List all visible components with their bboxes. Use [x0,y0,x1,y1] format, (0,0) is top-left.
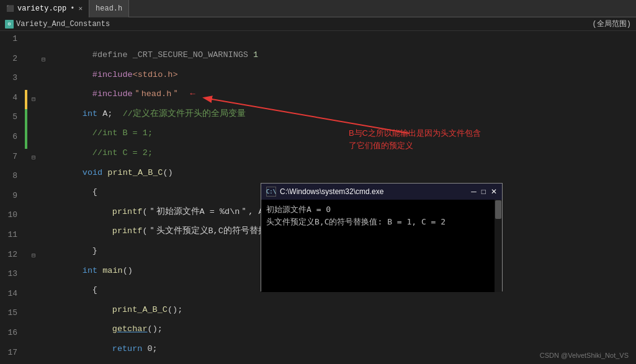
line-content-15: getchar(); [40,305,636,325]
line-content-2: #include<stdio.h> [50,51,636,71]
line-num-7: 7 [0,149,25,169]
line-content-4: int A; //定义在源文件开头的全局变量 [40,90,636,110]
cmd-close-btn[interactable]: ✕ [491,187,497,196]
collapse-5 [27,109,40,129]
collapse-3 [37,70,50,90]
line-num-10: 10 [0,207,25,227]
code-line-16: 16 return 0; [0,325,636,345]
collapse-1 [37,31,50,51]
line-num-17: 17 [0,345,25,365]
line-num-4: 4 [0,90,25,110]
line-num-5: 5 [0,109,25,129]
collapse-7: ⊟ [27,149,40,169]
code-line-5: 5 //int B = 1; [0,109,636,129]
collapse-icon-12[interactable]: ⊟ [32,248,35,264]
tab-label-head: head.h [96,4,122,13]
line-num-6: 6 [0,129,25,149]
collapse-icon-4[interactable]: ⊟ [32,92,35,108]
line-content-6: //int C = 2; [40,129,636,149]
cmd-output-line2: 头文件预定义B,C的符号替换值: B = 1, C = 2 [266,216,497,228]
line-num-9: 9 [0,188,25,208]
collapse-13 [27,266,40,286]
cmd-window[interactable]: C:\ C:\Windows\system32\cmd.exe ─ □ ✕ 初始… [261,183,503,291]
collapse-16 [27,325,40,345]
code-line-3: 3 #include＂head.h＂ ← [0,70,636,90]
line-num-1: 1 [0,31,25,51]
code-line-7: 7 ⊟ void print_A_B_C() [0,149,636,169]
collapse-10 [27,207,40,227]
line-num-3: 3 [0,70,25,90]
tab-head-h[interactable]: head.h [89,0,129,17]
gutter-2 [25,51,37,71]
cmd-controls: ─ □ ✕ [471,187,497,196]
cmd-title-text: C:\Windows\system32\cmd.exe [280,187,467,196]
collapse-9 [27,188,40,208]
breadcrumb-scope[interactable]: Variety_And_Constants [16,20,110,29]
line-num-12: 12 [0,247,25,267]
cmd-maximize-btn[interactable]: □ [481,187,486,196]
collapse-icon-7[interactable]: ⊟ [32,150,35,166]
collapse-14 [27,286,40,306]
collapse-6 [27,129,40,149]
line-content-1: #define _CRT_SECURE_NO_WARNINGS 1 [50,31,636,51]
collapse-15 [27,305,40,325]
tab-label-variety: variety.cpp [17,4,66,13]
code-line-6: 6 //int C = 2; [0,129,636,149]
collapse-4: ⊟ [27,90,40,110]
code-editor[interactable]: 1 #define _CRT_SECURE_NO_WARNINGS 1 2 ⊟ … [0,31,636,364]
line-content-5: //int B = 1; [40,109,636,129]
line-num-13: 13 [0,266,25,286]
code-line-1: 1 #define _CRT_SECURE_NO_WARNINGS 1 [0,31,636,51]
cmd-scroll-thumb[interactable] [495,200,501,219]
code-line-2: 2 ⊟ #include<stdio.h> [0,51,636,71]
collapse-2: ⊟ [37,51,50,71]
gutter-3 [25,70,37,90]
annotation-line1: B与C之所以能输出是因为头文件包含 [349,127,481,140]
code-line-15: 15 getchar(); [0,305,636,325]
annotation-line2: 了它们值的预定义 [349,140,481,152]
line-num-16: 16 [0,325,25,345]
collapse-17 [27,345,40,365]
scope-icon: ⚙ [5,20,14,29]
cmd-minimize-btn[interactable]: ─ [471,187,477,196]
line-num-2: 2 [0,51,25,71]
cmd-body: 初始源文件A = 0 头文件预定义B,C的符号替换值: B = 1, C = 2 [261,200,502,292]
collapse-icon-2[interactable]: ⊟ [42,52,45,68]
code-line-4: 4 ⊟ int A; //定义在源文件开头的全局变量 [0,90,636,110]
line-content-7: void print_A_B_C() [40,149,636,169]
tab-modified-dot: • [70,4,74,13]
cmd-output-line1: 初始源文件A = 0 [266,203,497,216]
tab-file-icon: ⬛ [6,5,14,12]
breadcrumb-bar: ⚙ Variety_And_Constants (全局范围) [0,17,636,31]
line-content-3: #include＂head.h＂ ← [50,70,636,90]
collapse-11 [27,227,40,247]
gutter-1 [25,31,37,51]
line-num-11: 11 [0,227,25,247]
tab-bar: ⬛ variety.cpp • ✕ head.h [0,0,636,17]
tab-close-variety[interactable]: ✕ [78,4,83,12]
annotation-text: B与C之所以能输出是因为头文件包含 了它们值的预定义 [349,127,481,151]
line-num-14: 14 [0,286,25,306]
collapse-12: ⊟ [27,247,40,267]
line-content-16: return 0; [40,325,636,345]
line-num-8: 8 [0,168,25,188]
cmd-scrollbar[interactable] [495,200,502,292]
breadcrumb-global: (全局范围) [593,19,631,29]
cmd-app-icon: C:\ [266,187,276,197]
line-num-15: 15 [0,305,25,325]
cmd-titlebar: C:\ C:\Windows\system32\cmd.exe ─ □ ✕ [261,184,502,200]
tab-variety-cpp[interactable]: ⬛ variety.cpp • ✕ [0,0,89,17]
collapse-8 [27,168,40,188]
watermark-text: CSDN @VelvetShiki_Not_VS [540,352,629,359]
